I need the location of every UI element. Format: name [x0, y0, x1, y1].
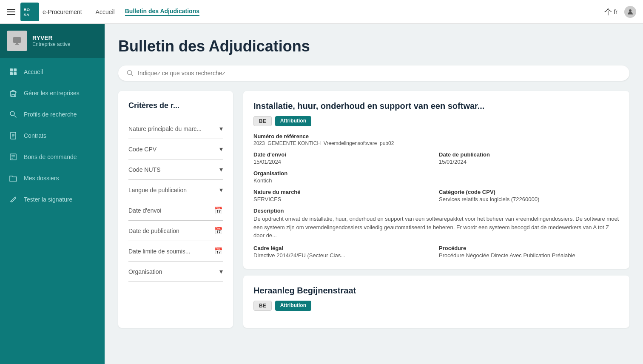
filter-langue-publication-label: Langue de publication	[128, 187, 187, 193]
card-title-1: Installatie, huur, onderhoud en support …	[253, 101, 619, 111]
meta-categorie-cpv: Catégorie (code CPV) Services relatifs a…	[439, 189, 619, 202]
content-columns: Critères de r... Nature principale du ma…	[118, 91, 629, 328]
filter-nature-marche[interactable]: Nature principale du marc... ▾	[128, 119, 223, 139]
folder-icon	[9, 173, 18, 183]
language-selector[interactable]: 个 fr	[604, 7, 617, 17]
chevron-down-icon: ▾	[219, 165, 223, 173]
chevron-down-icon: ▾	[219, 267, 223, 276]
filter-date-publication-label: Date de publication	[128, 228, 179, 234]
sidebar-item-contrats[interactable]: Contrats	[0, 125, 105, 146]
meta-date-publication: Date de publication 15/01/2024	[439, 151, 619, 165]
meta-value-categorie-cpv: Services relatifs aux logiciels (7226000…	[439, 196, 619, 202]
sidebar-item-accueil[interactable]: Accueil	[0, 61, 105, 82]
card-meta-1: Numéro de référence 2023_GEMEENTE KONTIC…	[253, 133, 619, 259]
nav-right: 个 fr	[604, 6, 636, 18]
meta-cadre-legal: Cadre légal Directive 2014/24/EU (Secteu…	[253, 245, 434, 259]
meta-label-numero-reference: Numéro de référence	[253, 133, 619, 139]
filter-date-envoi[interactable]: Date d'envoi 📅	[128, 200, 223, 221]
menu-icon[interactable]	[7, 9, 15, 15]
svg-rect-4	[10, 68, 13, 71]
badge-be-2: BE	[253, 301, 272, 311]
meta-label-procedure: Procédure	[439, 245, 619, 251]
filter-langue-publication[interactable]: Langue de publication ▾	[128, 180, 223, 200]
badge-attribution-2: Attribution	[275, 301, 311, 311]
calendar-icon: 📅	[214, 247, 223, 255]
company-status: Entreprise active	[32, 41, 70, 47]
svg-rect-7	[14, 72, 17, 75]
filter-code-nuts[interactable]: Code NUTS ▾	[128, 159, 223, 180]
meta-description: Description De opdracht omvat de install…	[253, 208, 619, 240]
card-badges-1: BE Attribution	[253, 116, 619, 126]
meta-value-nature-marche: SERVICES	[253, 196, 434, 202]
meta-value-organisation: Kontich	[253, 177, 619, 184]
sidebar-user: RYVER Entreprise active	[0, 24, 105, 58]
sidebar-label-gerer-entreprises: Gérer les entreprises	[24, 90, 80, 97]
sidebar-label-bons-commande: Bons de commande	[24, 154, 77, 160]
search-input[interactable]	[138, 70, 621, 77]
svg-rect-6	[10, 72, 13, 75]
document-icon	[9, 131, 18, 140]
top-nav: BO SA e-Procurement Accueil Bulletin des…	[0, 0, 643, 24]
result-card-2: Heraanleg Begijnenstraat BE Attribution	[243, 276, 629, 328]
card-badges-2: BE Attribution	[253, 301, 619, 311]
language-label: fr	[614, 9, 617, 15]
nav-bulletin[interactable]: Bulletin des Adjudications	[125, 8, 199, 16]
meta-nature-marche: Nature du marché SERVICES	[253, 189, 434, 202]
sidebar-label-accueil: Accueil	[24, 68, 43, 75]
meta-value-procedure: Procédure Négociée Directe Avec Publicat…	[439, 252, 619, 259]
filter-organisation[interactable]: Organisation ▾	[128, 262, 223, 282]
logo-box: BO SA	[20, 3, 39, 21]
meta-numero-reference: Numéro de référence 2023_GEMEENTE KONTIC…	[253, 133, 619, 146]
sidebar: RYVER Entreprise active Accueil	[0, 24, 105, 364]
main-layout: RYVER Entreprise active Accueil	[0, 24, 643, 364]
filter-nature-marche-label: Nature principale du marc...	[128, 125, 202, 132]
badge-attribution: Attribution	[275, 116, 311, 126]
sidebar-item-mes-dossiers[interactable]: Mes dossiers	[0, 168, 105, 189]
nav-accueil[interactable]: Accueil	[96, 9, 115, 15]
meta-label-organisation: Organisation	[253, 170, 619, 176]
avatar	[7, 31, 27, 51]
meta-value-date-publication: 15/01/2024	[439, 159, 619, 165]
svg-rect-5	[14, 68, 17, 71]
sidebar-label-profils-recherche: Profils de recherche	[24, 111, 77, 118]
filter-code-cpv-label: Code CPV	[128, 146, 156, 153]
search-icon	[127, 70, 134, 77]
sidebar-item-bons-commande[interactable]: Bons de commande	[0, 146, 105, 168]
chevron-down-icon: ▾	[219, 125, 223, 133]
filters-title: Critères de r...	[128, 101, 223, 110]
sidebar-item-profils-recherche[interactable]: Profils de recherche	[0, 104, 105, 125]
sidebar-label-mes-dossiers: Mes dossiers	[24, 175, 59, 182]
results-panel: Installatie, huur, onderhoud en support …	[243, 91, 629, 328]
meta-value-date-envoi: 15/01/2024	[253, 159, 434, 165]
meta-date-envoi: Date d'envoi 15/01/2024	[253, 151, 434, 165]
receipt-icon	[9, 152, 18, 162]
sidebar-item-gerer-entreprises[interactable]: Gérer les entreprises	[0, 82, 105, 104]
sidebar-item-tester-signature[interactable]: Tester la signature	[0, 189, 105, 210]
badge-be: BE	[253, 116, 272, 126]
card-title-2: Heraanleg Begijnenstraat	[253, 286, 619, 296]
meta-label-categorie-cpv: Catégorie (code CPV)	[439, 189, 619, 195]
filter-date-envoi-label: Date d'envoi	[128, 207, 161, 214]
app-name: e-Procurement	[43, 9, 82, 15]
building-icon	[9, 88, 18, 98]
result-card-1: Installatie, huur, onderhoud en support …	[243, 91, 629, 269]
search-bar	[118, 65, 629, 81]
calendar-icon: 📅	[214, 227, 223, 235]
filter-code-nuts-label: Code NUTS	[128, 166, 160, 173]
meta-label-date-envoi: Date d'envoi	[253, 151, 434, 158]
svg-point-9	[10, 111, 14, 116]
calendar-icon: 📅	[214, 206, 223, 214]
sidebar-user-info: RYVER Entreprise active	[32, 34, 70, 47]
user-avatar-icon[interactable]	[624, 6, 636, 18]
meta-label-description: Description	[253, 208, 619, 214]
chevron-down-icon: ▾	[219, 145, 223, 153]
filter-date-limite[interactable]: Date limite de soumis... 📅	[128, 241, 223, 262]
filters-panel: Critères de r... Nature principale du ma…	[118, 91, 233, 328]
filter-code-cpv[interactable]: Code CPV ▾	[128, 139, 223, 159]
pen-icon	[9, 195, 18, 204]
meta-label-cadre-legal: Cadre légal	[253, 245, 434, 251]
meta-procedure: Procédure Procédure Négociée Directe Ave…	[439, 245, 619, 259]
content-area: Bulletin des Adjudications Critères de r…	[105, 24, 643, 364]
filter-date-publication[interactable]: Date de publication 📅	[128, 221, 223, 241]
chevron-down-icon: ▾	[219, 186, 223, 194]
